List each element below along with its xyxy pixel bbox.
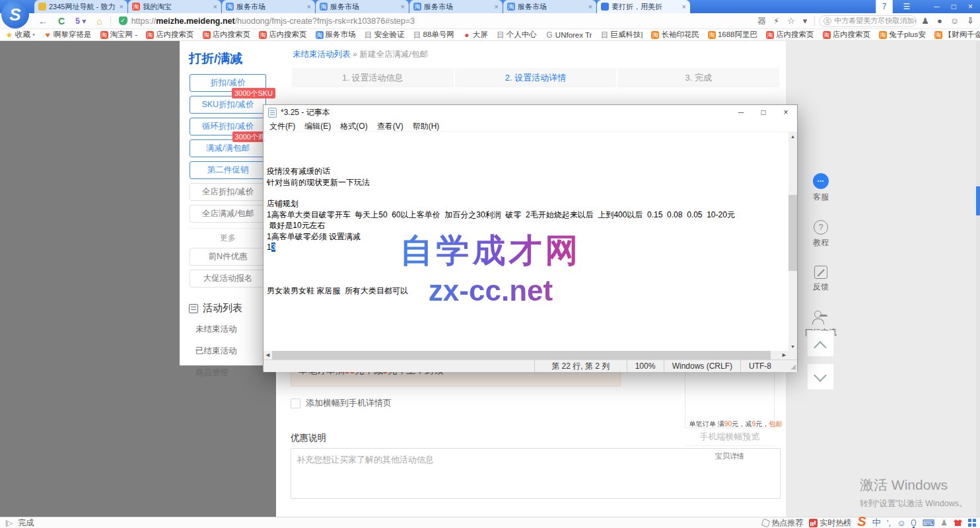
tab-close-icon[interactable]: × <box>493 3 499 11</box>
browser-tab[interactable]: 2345网址导航 - 致力于× <box>34 0 127 13</box>
bookmark-item[interactable]: 淘兔子plus安 <box>879 30 926 40</box>
bookmark-item[interactable]: ★收藏▾ <box>5 30 35 40</box>
toolbar-item-教程[interactable]: ?教程 <box>803 220 839 248</box>
browser-tab[interactable]: 淘服务市场× <box>503 0 596 13</box>
sidebar-button-SKU折扣/减价[interactable]: SKU折扣/减价 <box>190 96 266 114</box>
scroll-up-button[interactable] <box>807 330 834 357</box>
account-icon[interactable]: ♟ <box>918 16 932 26</box>
notepad-close-button[interactable]: × <box>775 105 797 120</box>
bookmark-item[interactable]: 淘店内搜索页 <box>146 30 194 40</box>
tab-close-icon[interactable]: × <box>681 3 686 11</box>
maximize-button[interactable]: □ <box>946 0 962 13</box>
search-input[interactable]: S 中方希望美方尽快取消加征关 <box>819 15 917 27</box>
dropdown-caret-icon[interactable]: ▾ <box>800 16 811 26</box>
ime-microphone-icon[interactable] <box>911 519 916 526</box>
page-scrollbar[interactable] <box>976 41 980 517</box>
tab-close-icon[interactable]: × <box>400 3 405 11</box>
add-banner-checkbox[interactable] <box>291 398 300 408</box>
resize-grip-icon[interactable]: ◢ <box>787 363 797 370</box>
game-center-icon[interactable]: ● <box>934 16 946 26</box>
ime-skin-icon[interactable] <box>954 519 962 526</box>
bookmark-item[interactable]: ♥啊黎穿搭是 <box>44 30 92 40</box>
tab-close-icon[interactable]: × <box>118 3 123 11</box>
security-shield-icon[interactable]: ✓ <box>119 17 127 25</box>
browser-tab[interactable]: 淘服务市场× <box>316 0 409 13</box>
bookmark-item[interactable]: 淘服务市场 <box>316 30 356 40</box>
toolbar-item-客服[interactable]: 客服 <box>803 173 839 203</box>
tab-count-badge[interactable]: 7 <box>876 0 893 14</box>
refresh-icon[interactable]: C <box>53 16 70 26</box>
vscroll-thumb[interactable] <box>788 195 797 271</box>
bookmark-item[interactable]: 目安全验证 <box>365 30 405 40</box>
notepad-vertical-scrollbar[interactable]: ▲ ▼ <box>788 132 797 351</box>
bookmark-item[interactable]: 目个人中心 <box>497 30 537 40</box>
sidebar-button-全店满减/包邮[interactable]: 全店满减/包邮 <box>190 205 266 223</box>
browser-logo-icon[interactable]: S <box>1 1 29 28</box>
ime-toolbox-icon[interactable] <box>968 519 976 527</box>
sidebar-button-第二件促销[interactable]: 第二件促销 <box>190 161 266 179</box>
sogou-logo-icon[interactable]: S <box>857 514 866 528</box>
close-button[interactable]: × <box>962 0 979 13</box>
ime-chinese-mode-icon[interactable]: 中 <box>872 517 881 528</box>
favorite-star-icon[interactable]: ☆ <box>784 16 798 26</box>
scrollbar-thumb[interactable] <box>976 186 980 215</box>
sidebar-button-满减/满包邮[interactable]: 满减/满包邮 <box>190 139 266 157</box>
hot-recommend-item[interactable]: 热点推荐 <box>762 517 803 528</box>
notepad-menu-格式(O)[interactable]: 格式(O) <box>335 120 372 132</box>
notepad-minimize-button[interactable]: ─ <box>730 105 752 120</box>
undo-icon[interactable]: 5 ▾ <box>70 17 91 26</box>
bookmark-item[interactable]: 目88单号网 <box>413 30 454 40</box>
scroll-down-arrow-icon[interactable]: ▼ <box>788 342 797 351</box>
tab-close-icon[interactable]: × <box>306 3 311 11</box>
bookmark-item[interactable]: 淘店内搜索页 <box>259 30 307 40</box>
notepad-menu-文件(F)[interactable]: 文件(F) <box>265 120 300 132</box>
trending-item[interactable]: 实时热榜 <box>809 517 851 528</box>
notepad-titlebar[interactable]: *3.25 - 记事本 ─ □ × <box>263 105 797 120</box>
back-icon[interactable]: ← <box>33 16 53 26</box>
breadcrumb-link[interactable]: 未结束活动列表 <box>293 50 351 59</box>
ime-emoji-icon[interactable]: ☺ <box>897 518 905 528</box>
browser-tab[interactable]: 要打折，用美折× <box>597 0 690 13</box>
browser-menu-icon[interactable]: ☰ <box>897 0 916 13</box>
bookmark-item[interactable]: 淘店内搜索页 <box>203 30 251 40</box>
accelerator-icon[interactable]: ⚡ <box>770 16 783 26</box>
download-icon[interactable]: ⇩ <box>963 16 977 26</box>
address-bar[interactable]: https://meizhe.meideng.net/huodong/fmjs-… <box>131 17 754 26</box>
notepad-menu-查看(V)[interactable]: 查看(V) <box>372 120 408 132</box>
bookmark-item[interactable]: 淘店内搜索页 <box>823 30 871 40</box>
minimize-button[interactable]: ─ <box>928 0 946 13</box>
scroll-left-arrow-icon[interactable]: ◄ <box>263 351 272 359</box>
notepad-maximize-button[interactable]: □ <box>752 105 775 120</box>
bookmark-item[interactable]: 淘【财阀千金 <box>934 30 980 40</box>
ime-keyboard-icon[interactable]: ⌨ <box>922 518 934 528</box>
feedback-smiley-icon[interactable]: ☺ <box>947 16 962 26</box>
bookmark-item[interactable]: 目巨威科技| <box>600 30 643 40</box>
bookmark-item[interactable]: GUNforex Tr <box>545 31 592 39</box>
qr-apps-icon[interactable]: 器 <box>754 15 769 27</box>
bookmark-item[interactable]: 淘淘宝网 - <box>100 30 138 40</box>
sidebar-more-link[interactable]: 更多 <box>190 228 266 244</box>
sidebar-button-大促活动报名[interactable]: 大促活动报名 <box>190 270 266 287</box>
notepad-menu-编辑(E)[interactable]: 编辑(E) <box>300 120 335 132</box>
sidebar-button-全店折扣/减价[interactable]: 全店折扣/减价 <box>190 183 266 201</box>
home-icon[interactable]: ⌂ <box>91 16 107 26</box>
browser-tab[interactable]: 淘服务市场× <box>222 0 315 13</box>
toolbar-item-反馈[interactable]: 反馈 <box>803 266 839 293</box>
bookmark-item[interactable]: 淘1688阿里巴 <box>708 30 757 40</box>
ime-account-icon[interactable]: ♟ <box>940 518 948 527</box>
scroll-up-arrow-icon[interactable]: ▲ <box>788 132 797 141</box>
notepad-horizontal-scrollbar[interactable]: ◄ ► <box>263 351 797 359</box>
notepad-menu-帮助(H)[interactable]: 帮助(H) <box>408 120 444 132</box>
tab-close-icon[interactable]: × <box>212 3 217 11</box>
bookmark-item[interactable]: ●大屏 <box>463 30 488 40</box>
tab-close-icon[interactable]: × <box>587 3 592 11</box>
browser-tab[interactable]: 淘服务市场× <box>409 0 503 13</box>
sidebar-button-前N件优惠[interactable]: 前N件优惠 <box>190 248 266 266</box>
hscroll-thumb[interactable] <box>272 351 771 359</box>
bookmark-item[interactable]: 淘店内搜索页 <box>766 30 814 40</box>
ime-punctuation-icon[interactable]: ’, <box>887 518 892 528</box>
bookmark-item[interactable]: 淘长袖印花民 <box>651 30 699 40</box>
scroll-right-arrow-icon[interactable]: ► <box>780 351 788 359</box>
browser-tab[interactable]: 淘我的淘宝× <box>128 0 221 13</box>
scroll-down-button[interactable] <box>807 363 834 390</box>
